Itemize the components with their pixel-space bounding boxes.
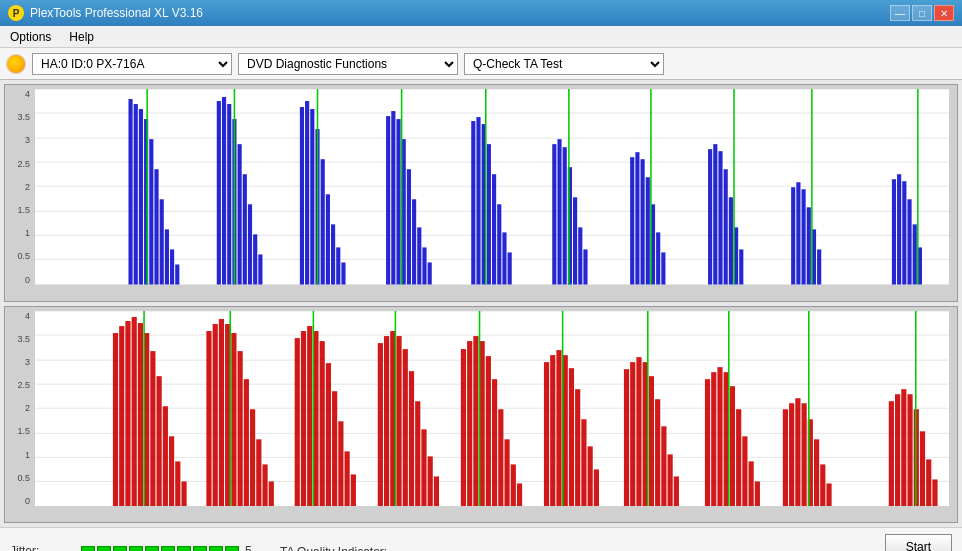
svg-rect-65 bbox=[583, 249, 587, 284]
ta-quality-section: TA Quality Indicator: Very Good bbox=[280, 545, 387, 552]
svg-rect-161 bbox=[409, 371, 414, 506]
window-title: PlexTools Professional XL V3.16 bbox=[30, 6, 203, 20]
svg-rect-184 bbox=[581, 419, 586, 506]
svg-rect-167 bbox=[461, 349, 466, 506]
svg-rect-194 bbox=[661, 426, 666, 506]
svg-rect-174 bbox=[504, 439, 509, 506]
svg-rect-22 bbox=[227, 104, 231, 284]
svg-rect-133 bbox=[206, 331, 211, 506]
svg-rect-32 bbox=[310, 109, 314, 284]
svg-rect-56 bbox=[502, 232, 506, 284]
close-button[interactable]: ✕ bbox=[934, 5, 954, 21]
svg-rect-59 bbox=[552, 144, 556, 284]
svg-rect-20 bbox=[217, 101, 221, 284]
svg-rect-162 bbox=[415, 401, 420, 506]
svg-rect-210 bbox=[795, 398, 800, 506]
svg-rect-50 bbox=[471, 121, 475, 284]
start-button[interactable]: Start bbox=[885, 534, 952, 552]
svg-rect-61 bbox=[563, 147, 567, 284]
svg-rect-165 bbox=[434, 476, 439, 506]
svg-rect-60 bbox=[557, 139, 561, 284]
svg-rect-131 bbox=[181, 481, 186, 506]
svg-rect-63 bbox=[573, 197, 577, 284]
minimize-button[interactable]: — bbox=[890, 5, 910, 21]
jitter-led-8 bbox=[193, 546, 207, 552]
test-select[interactable]: Q-Check TA Test bbox=[464, 53, 664, 75]
svg-rect-180 bbox=[556, 350, 561, 506]
svg-rect-48 bbox=[428, 262, 432, 284]
svg-rect-206 bbox=[755, 481, 760, 506]
svg-rect-54 bbox=[492, 174, 496, 284]
jitter-value: 5 bbox=[245, 544, 260, 552]
svg-rect-156 bbox=[378, 343, 383, 506]
svg-rect-189 bbox=[630, 362, 635, 506]
svg-rect-69 bbox=[641, 159, 645, 284]
svg-rect-219 bbox=[901, 389, 906, 506]
function-select[interactable]: DVD Diagnostic Functions bbox=[238, 53, 458, 75]
svg-rect-214 bbox=[820, 464, 825, 506]
svg-rect-211 bbox=[802, 403, 807, 506]
svg-rect-120 bbox=[113, 333, 118, 506]
svg-rect-153 bbox=[345, 451, 350, 506]
maximize-button[interactable]: □ bbox=[912, 5, 932, 21]
svg-rect-152 bbox=[338, 421, 343, 506]
svg-rect-78 bbox=[724, 169, 728, 284]
svg-rect-123 bbox=[132, 317, 137, 506]
svg-rect-77 bbox=[718, 151, 722, 284]
svg-rect-127 bbox=[157, 376, 162, 506]
svg-rect-195 bbox=[668, 454, 673, 506]
svg-rect-135 bbox=[219, 319, 224, 506]
svg-rect-151 bbox=[332, 391, 337, 506]
svg-rect-202 bbox=[730, 386, 735, 506]
svg-rect-36 bbox=[331, 224, 335, 284]
top-chart-area: 4 3.5 3 2.5 2 1.5 1 0.5 0 bbox=[4, 84, 958, 302]
svg-rect-94 bbox=[913, 224, 917, 284]
svg-rect-223 bbox=[926, 459, 931, 506]
jitter-row: Jitter: 5 bbox=[10, 544, 260, 552]
svg-rect-34 bbox=[321, 159, 325, 284]
svg-rect-139 bbox=[244, 379, 249, 506]
svg-rect-145 bbox=[295, 338, 300, 506]
svg-rect-172 bbox=[492, 379, 497, 506]
svg-rect-11 bbox=[139, 109, 143, 284]
device-select[interactable]: HA:0 ID:0 PX-716A bbox=[32, 53, 232, 75]
svg-rect-186 bbox=[594, 469, 599, 506]
svg-rect-90 bbox=[892, 179, 896, 284]
svg-rect-28 bbox=[258, 254, 262, 284]
svg-rect-92 bbox=[902, 181, 906, 284]
svg-rect-21 bbox=[222, 97, 226, 284]
svg-rect-205 bbox=[749, 461, 754, 506]
svg-rect-44 bbox=[407, 169, 411, 284]
action-buttons: Start i bbox=[885, 534, 952, 552]
svg-rect-24 bbox=[238, 144, 242, 284]
menu-item-options[interactable]: Options bbox=[6, 28, 55, 46]
svg-rect-27 bbox=[253, 234, 257, 284]
svg-rect-134 bbox=[213, 324, 218, 506]
jitter-led-6 bbox=[161, 546, 175, 552]
svg-rect-70 bbox=[646, 177, 650, 284]
svg-rect-51 bbox=[476, 117, 480, 284]
svg-rect-160 bbox=[403, 349, 408, 506]
svg-rect-209 bbox=[789, 403, 794, 506]
svg-rect-175 bbox=[511, 464, 516, 506]
svg-rect-124 bbox=[138, 323, 143, 506]
bottom-chart-y-axis: 4 3.5 3 2.5 2 1.5 1 0.5 0 bbox=[5, 311, 33, 507]
svg-rect-64 bbox=[578, 227, 582, 284]
svg-rect-31 bbox=[305, 101, 309, 284]
status-panel: Jitter: 5 Peak Shift: bbox=[0, 527, 962, 551]
svg-rect-171 bbox=[486, 356, 491, 506]
svg-rect-84 bbox=[796, 182, 800, 284]
svg-rect-15 bbox=[160, 199, 164, 284]
svg-rect-67 bbox=[630, 157, 634, 284]
svg-rect-46 bbox=[417, 227, 421, 284]
svg-rect-45 bbox=[412, 199, 416, 284]
svg-rect-183 bbox=[575, 389, 580, 506]
menu-item-help[interactable]: Help bbox=[65, 28, 98, 46]
svg-rect-38 bbox=[341, 262, 345, 284]
svg-rect-91 bbox=[897, 174, 901, 284]
svg-rect-72 bbox=[656, 232, 660, 284]
svg-rect-47 bbox=[422, 247, 426, 284]
svg-rect-199 bbox=[711, 372, 716, 506]
ta-quality-label: TA Quality Indicator: bbox=[280, 545, 387, 552]
title-bar-controls[interactable]: — □ ✕ bbox=[890, 5, 954, 21]
